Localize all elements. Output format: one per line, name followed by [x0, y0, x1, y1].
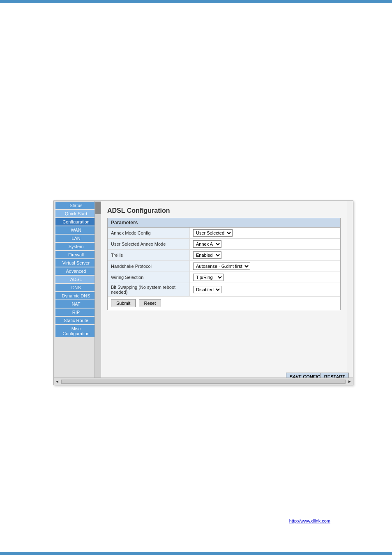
button-row: Submit Reset — [108, 297, 340, 310]
sidebar-item-dynamic-dns[interactable]: Dynamic DNS — [55, 292, 97, 299]
fields-container: Annex Mode ConfigUser SelectedAnnex AAnn… — [108, 228, 340, 297]
sidebar-item-wan[interactable]: WAN — [55, 226, 97, 234]
field-label-4: Wiring Selection — [108, 272, 190, 283]
field-select-0[interactable]: User SelectedAnnex AAnnex BAnnex C — [193, 229, 233, 237]
field-select-3[interactable]: Autosense - G.dmt firstG.dmtG.liteT1.413 — [193, 263, 250, 270]
top-bar — [0, 0, 392, 3]
params-header: Parameters — [108, 218, 340, 228]
field-label-2: Trellis — [108, 250, 190, 260]
params-section: Parameters Annex Mode ConfigUser Selecte… — [107, 218, 341, 310]
sidebar-item-static-route[interactable]: Static Route — [55, 317, 97, 324]
sidebar-item-system[interactable]: System — [55, 243, 97, 250]
scroll-left-icon[interactable]: ◄ — [54, 379, 60, 384]
field-row-2: TrellisEnabledDisabled — [108, 250, 340, 261]
field-label-1: User Selected Annex Mode — [108, 239, 190, 249]
bottom-bar — [0, 552, 392, 555]
sidebar-item-configuration[interactable]: Configuration — [55, 218, 97, 226]
field-row-0: Annex Mode ConfigUser SelectedAnnex AAnn… — [108, 228, 340, 239]
footer-link[interactable]: http://www.dlink.com — [289, 518, 330, 523]
field-value-1: Annex AAnnex BAnnex C — [190, 239, 225, 249]
field-value-2: EnabledDisabled — [190, 250, 225, 260]
field-row-5: Bit Swapping (No system reboot needed)Di… — [108, 283, 340, 297]
browser-window: StatusQuick StartConfigurationWANLANSyst… — [53, 200, 353, 385]
sidebar-item-adsl[interactable]: ADSL — [55, 276, 97, 283]
field-select-5[interactable]: DisabledEnabled — [193, 286, 221, 293]
sidebar-item-lan[interactable]: LAN — [55, 235, 97, 242]
field-value-4: Tip/RingA/A-ISDN — [190, 272, 227, 283]
field-value-5: DisabledEnabled — [190, 283, 225, 296]
scroll-track[interactable] — [61, 380, 346, 384]
field-label-5: Bit Swapping (No system reboot needed) — [108, 283, 190, 296]
sidebar-item-quick-start[interactable]: Quick Start — [55, 210, 97, 217]
scroll-right-icon[interactable]: ► — [346, 379, 353, 384]
sidebar: StatusQuick StartConfigurationWANLANSyst… — [54, 201, 101, 385]
sidebar-item-status[interactable]: Status — [55, 202, 97, 209]
sidebar-item-nat[interactable]: NAT — [55, 300, 97, 308]
sidebar-item-dns[interactable]: DNS — [55, 284, 97, 291]
horizontal-scrollbar[interactable]: ◄ ► — [54, 378, 353, 385]
field-value-3: Autosense - G.dmt firstG.dmtG.liteT1.413 — [190, 261, 254, 272]
field-row-3: Handshake ProtocolAutosense - G.dmt firs… — [108, 261, 340, 272]
field-row-1: User Selected Annex ModeAnnex AAnnex BAn… — [108, 239, 340, 250]
field-label-3: Handshake Protocol — [108, 261, 190, 272]
main-content: ADSL Configuration Parameters Annex Mode… — [101, 201, 347, 385]
field-row-4: Wiring SelectionTip/RingA/A-ISDN — [108, 272, 340, 283]
sidebar-item-firewall[interactable]: Firewall — [55, 251, 97, 258]
submit-button[interactable]: Submit — [111, 299, 136, 307]
scroll-thumb[interactable] — [95, 202, 101, 214]
reset-button[interactable]: Reset — [139, 299, 161, 307]
page-title: ADSL Configuration — [107, 207, 341, 214]
sidebar-item-misc-configuration[interactable]: Misc Configuration — [55, 325, 97, 337]
field-select-2[interactable]: EnabledDisabled — [193, 251, 221, 259]
sidebar-item-rip[interactable]: RIP — [55, 309, 97, 316]
field-label-0: Annex Mode Config — [108, 228, 190, 238]
field-value-0: User SelectedAnnex AAnnex BAnnex C — [190, 228, 236, 238]
sidebar-item-virtual-server[interactable]: Virtual Server — [55, 259, 97, 267]
field-select-1[interactable]: Annex AAnnex BAnnex C — [193, 240, 221, 248]
sidebar-scroll[interactable] — [95, 201, 101, 385]
sidebar-item-advanced[interactable]: Advanced — [55, 267, 97, 275]
field-select-4[interactable]: Tip/RingA/A-ISDN — [193, 274, 224, 281]
